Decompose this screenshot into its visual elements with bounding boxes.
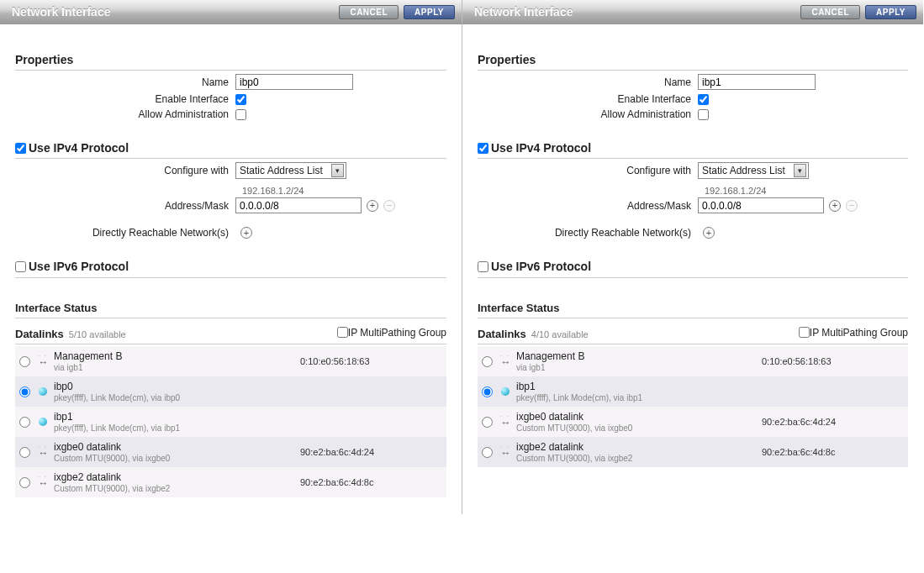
address-hint: 192.168.1.2/24 — [242, 186, 446, 196]
dialog-title: Network Interface — [474, 5, 795, 18]
partition-icon — [39, 387, 47, 396]
network-icon: · · — [35, 476, 50, 489]
datalinks-title: Datalinks — [478, 328, 526, 340]
datalink-radio[interactable] — [482, 417, 493, 428]
datalinks-header: Datalinks4/10 availableIP MultiPathing G… — [478, 327, 908, 345]
add-drn-icon[interactable]: + — [240, 227, 252, 239]
network-icon: · · — [35, 446, 50, 459]
add-address-icon[interactable]: + — [829, 200, 841, 212]
datalink-mac: 90:e2:ba:6c:4d:24 — [300, 447, 443, 457]
ip-multipathing-label: IP MultiPathing Group — [810, 327, 908, 339]
use-ipv4-checkbox[interactable] — [478, 143, 488, 154]
datalink-desc: via igb1 — [516, 363, 762, 372]
name-label: Name — [15, 76, 235, 88]
datalink-row[interactable]: ibp0pkey(ffff), Link Mode(cm), via ibp0 — [15, 376, 446, 407]
apply-button[interactable]: APPLY — [865, 5, 916, 19]
datalink-row[interactable]: · ·ixgbe2 datalinkCustom MTU(9000), via … — [15, 467, 446, 497]
section-interface-status: Interface Status — [15, 281, 446, 318]
allow-administration-label: Allow Administration — [15, 108, 235, 120]
section-properties: Properties — [15, 36, 446, 71]
datalink-name: ibp1 — [516, 381, 762, 392]
address-mask-input[interactable] — [235, 197, 362, 213]
datalink-radio[interactable] — [482, 447, 493, 458]
datalink-name: ibp0 — [54, 381, 300, 392]
datalink-row[interactable]: ibp1pkey(ffff), Link Mode(cm), via ibp1 — [478, 376, 908, 407]
datalink-radio[interactable] — [19, 386, 30, 397]
use-ipv6-checkbox[interactable] — [15, 261, 26, 272]
allow-administration-checkbox[interactable] — [235, 109, 246, 120]
datalink-name: Management B — [516, 350, 762, 362]
datalink-radio[interactable] — [482, 386, 493, 397]
apply-button[interactable]: APPLY — [404, 5, 455, 19]
add-address-icon[interactable]: + — [367, 200, 378, 212]
drn-label: Directly Reachable Network(s) — [478, 227, 698, 239]
enable-interface-label: Enable Interface — [478, 93, 698, 105]
datalink-desc: pkey(ffff), Link Mode(cm), via ibp1 — [54, 423, 300, 433]
ip-multipathing-checkbox[interactable] — [799, 327, 810, 338]
datalinks-available: 4/10 available — [531, 329, 799, 339]
datalink-name: ixgbe2 datalink — [54, 471, 300, 483]
datalink-desc: Custom MTU(9000), via ixgbe0 — [54, 454, 300, 463]
datalink-desc: Custom MTU(9000), via ixgbe2 — [516, 454, 762, 463]
datalink-mac: 90:e2:ba:6c:4d:8c — [762, 447, 905, 457]
configure-with-select[interactable]: Static Address List — [235, 162, 346, 179]
datalink-radio[interactable] — [19, 447, 30, 458]
partition-icon — [501, 387, 510, 396]
section-ipv4: Use IPv4 Protocol — [15, 124, 446, 159]
datalinks-available: 5/10 available — [69, 329, 337, 339]
datalink-mac: 0:10:e0:56:18:63 — [762, 356, 905, 366]
name-input[interactable] — [698, 74, 816, 90]
name-input[interactable] — [235, 74, 353, 90]
network-icon: · · — [498, 446, 513, 459]
network-interface-panel: Network InterfaceCANCELAPPLYPropertiesNa… — [0, 0, 462, 514]
dialog-body: PropertiesNameEnable InterfaceAllow Admi… — [462, 24, 923, 484]
datalink-name: Management B — [54, 350, 300, 362]
partition-icon — [39, 418, 47, 426]
configure-with-label: Configure with — [478, 165, 698, 176]
datalink-radio[interactable] — [19, 417, 30, 428]
datalink-row[interactable]: · ·Management Bvia igb10:10:e0:56:18:63 — [478, 346, 908, 376]
add-drn-icon[interactable]: + — [703, 227, 715, 239]
datalink-radio[interactable] — [19, 477, 30, 488]
cancel-button[interactable]: CANCEL — [339, 5, 399, 19]
use-ipv4-checkbox[interactable] — [15, 143, 26, 154]
datalink-row[interactable]: · ·Management Bvia igb10:10:e0:56:18:63 — [15, 346, 446, 376]
dialog-title: Network Interface — [12, 5, 334, 18]
section-ipv6: Use IPv6 Protocol — [478, 242, 908, 277]
cancel-button[interactable]: CANCEL — [800, 5, 860, 19]
datalink-mac: 90:e2:ba:6c:4d:8c — [300, 477, 443, 487]
datalink-row[interactable]: · ·ixgbe0 datalinkCustom MTU(9000), via … — [478, 407, 908, 437]
allow-administration-label: Allow Administration — [478, 108, 698, 120]
datalink-desc: via igb1 — [54, 363, 300, 372]
enable-interface-label: Enable Interface — [15, 93, 235, 105]
datalink-mac: 90:e2:ba:6c:4d:24 — [762, 417, 905, 427]
remove-address-icon[interactable]: − — [383, 200, 395, 212]
datalink-row[interactable]: · ·ixgbe2 datalinkCustom MTU(9000), via … — [478, 437, 908, 467]
datalink-name: ixgbe0 datalink — [54, 441, 300, 453]
datalink-desc: Custom MTU(9000), via ixgbe2 — [54, 484, 300, 493]
address-mask-label: Address/Mask — [478, 200, 698, 212]
network-icon: · · — [35, 355, 50, 368]
address-mask-input[interactable] — [698, 197, 824, 213]
section-ipv4: Use IPv4 Protocol — [478, 124, 908, 159]
section-ipv6: Use IPv6 Protocol — [15, 242, 446, 277]
configure-with-select[interactable]: Static Address List — [698, 162, 809, 179]
enable-interface-checkbox[interactable] — [698, 94, 709, 105]
remove-address-icon[interactable]: − — [846, 200, 858, 212]
datalink-radio[interactable] — [19, 356, 30, 367]
chevron-down-icon — [794, 164, 806, 177]
name-label: Name — [478, 76, 698, 88]
address-hint: 192.168.1.2/24 — [705, 186, 908, 196]
datalink-radio[interactable] — [482, 356, 493, 367]
network-interface-panel: Network InterfaceCANCELAPPLYPropertiesNa… — [462, 0, 923, 514]
use-ipv6-checkbox[interactable] — [478, 261, 488, 272]
datalink-row[interactable]: ibp1pkey(ffff), Link Mode(cm), via ibp1 — [15, 407, 446, 437]
configure-with-label: Configure with — [15, 165, 235, 176]
allow-administration-checkbox[interactable] — [698, 109, 709, 120]
use-ipv4-label: Use IPv4 Protocol — [29, 141, 129, 155]
ip-multipathing-checkbox[interactable] — [337, 327, 348, 338]
configure-with-value: Static Address List — [700, 165, 790, 176]
section-properties: Properties — [478, 36, 908, 71]
datalink-row[interactable]: · ·ixgbe0 datalinkCustom MTU(9000), via … — [15, 437, 446, 467]
enable-interface-checkbox[interactable] — [235, 94, 246, 105]
